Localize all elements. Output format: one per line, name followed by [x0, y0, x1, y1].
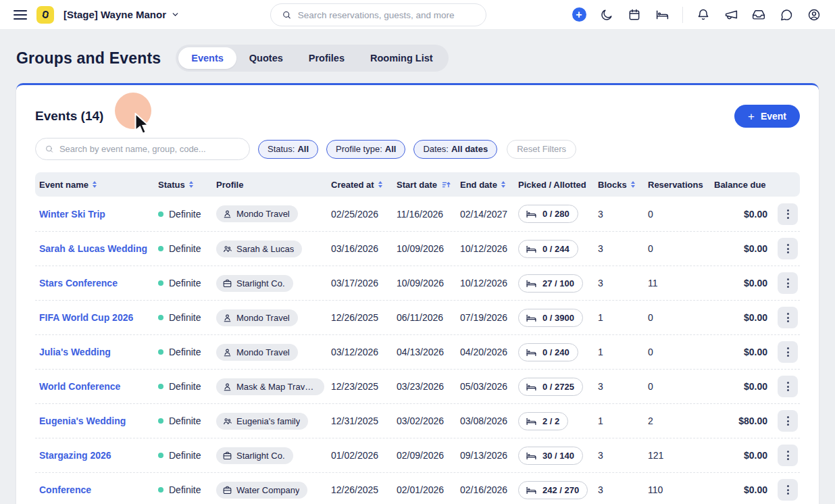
profile-pill[interactable]: Starlight Co. [216, 447, 293, 464]
picked-allotted-value: 242 / 270 [542, 485, 579, 495]
table-row-julia-s-wedding: Julia's WeddingDefiniteMondo Travel03/12… [35, 334, 800, 369]
created-at-cell: 12/23/2025 [327, 381, 393, 392]
bell-icon [697, 8, 710, 22]
dark-mode-button[interactable] [599, 7, 614, 22]
row-actions-kebab-button[interactable] [778, 272, 798, 294]
add-event-button[interactable]: + Event [734, 105, 800, 128]
picked-allotted-pill: 0 / 240 [518, 343, 578, 361]
bed-icon [526, 278, 537, 289]
event-name-link[interactable]: Stars Conference [39, 278, 118, 288]
bed-icon [526, 484, 537, 496]
column-header-event-name[interactable]: Event name [35, 180, 154, 190]
column-header-picked-allotted: Picked / Allotted [514, 180, 594, 190]
row-actions-kebab-button[interactable] [778, 341, 798, 363]
table-row-stargazing-2026: Stargazing 2026DefiniteStarlight Co.01/0… [35, 438, 800, 472]
reset-filters-button[interactable]: Reset Filters [507, 140, 576, 159]
sort-icon[interactable] [501, 181, 505, 188]
inbox-button[interactable] [751, 7, 766, 22]
reservations-button[interactable] [655, 7, 669, 22]
profile-name: Mondo Travel [236, 347, 290, 357]
row-actions-kebab-button[interactable] [778, 203, 798, 225]
table-row-fifa-world-cup-2026: FIFA World Cup 2026DefiniteMondo Travel1… [35, 300, 800, 334]
messages-button[interactable] [779, 7, 794, 22]
end-date-cell: 02/16/2026 [456, 484, 514, 495]
add-event-label: Event [761, 111, 786, 122]
tab-rooming-list[interactable]: Rooming List [357, 47, 446, 69]
row-actions-kebab-button[interactable] [778, 445, 798, 466]
sort-icon[interactable] [189, 181, 193, 188]
row-actions-kebab-button[interactable] [778, 410, 798, 432]
actions-cell [767, 376, 800, 397]
picked-allotted-value: 0 / 240 [542, 347, 570, 357]
event-name-link[interactable]: FIFA World Cup 2026 [39, 312, 133, 323]
menu-icon[interactable] [14, 10, 27, 20]
global-search-input[interactable] [298, 10, 475, 20]
global-search[interactable] [270, 3, 486, 26]
reservations-cell: 110 [644, 484, 710, 495]
event-name-link[interactable]: World Conference [39, 381, 120, 392]
tab-quotes[interactable]: Quotes [236, 47, 296, 69]
row-actions-kebab-button[interactable] [778, 376, 798, 397]
column-header-status[interactable]: Status [154, 180, 212, 190]
row-actions-kebab-button[interactable] [778, 479, 798, 501]
filter-status[interactable]: Status: All [258, 140, 318, 159]
status-dot-icon [158, 349, 163, 355]
table-row-stars-conference: Stars ConferenceDefiniteStarlight Co.03/… [35, 266, 800, 300]
blocks-cell: 3 [594, 450, 644, 461]
picked-allotted-value: 2 / 2 [542, 416, 559, 426]
event-name-link[interactable]: Stargazing 2026 [39, 450, 111, 461]
row-actions-kebab-button[interactable] [778, 238, 798, 259]
profile-pill[interactable]: Sarah & Lucas [216, 241, 302, 257]
column-header-blocks[interactable]: Blocks [594, 180, 644, 190]
column-header-end-date[interactable]: End date [456, 180, 514, 190]
column-header-created-at[interactable]: Created at [327, 180, 393, 190]
column-header-balance-due: Balance due [710, 180, 767, 190]
notifications-button[interactable] [696, 7, 711, 22]
calendar-button[interactable] [627, 7, 642, 22]
table-row-eugenia-s-wedding: Eugenia's WeddingDefiniteEugenia's famil… [35, 403, 800, 438]
event-name-link[interactable]: Conference [39, 484, 91, 495]
sort-icon[interactable] [93, 181, 97, 188]
actions-cell [767, 203, 800, 225]
profile-name: Mondo Travel [236, 313, 290, 323]
status-dot-icon [158, 453, 163, 458]
announcements-button[interactable] [724, 7, 738, 22]
column-label: Profile [216, 180, 243, 190]
account-button[interactable] [807, 7, 821, 22]
tab-profiles[interactable]: Profiles [296, 47, 357, 69]
blocks-cell: 3 [594, 484, 644, 495]
profile-pill[interactable]: Mondo Travel [216, 309, 298, 326]
event-name-link[interactable]: Julia's Wedding [39, 347, 111, 357]
profile-pill[interactable]: Eugenia's family [216, 413, 308, 430]
event-name-link[interactable]: Eugenia's Wedding [39, 415, 126, 426]
tab-events[interactable]: Events [178, 47, 236, 69]
agent-icon [222, 382, 232, 392]
event-search[interactable] [35, 138, 250, 160]
company-icon [222, 451, 232, 461]
event-name-link[interactable]: Winter Ski Trip [39, 209, 105, 220]
profile-pill[interactable]: Mondo Travel [216, 344, 298, 361]
sort-icon[interactable] [378, 181, 382, 188]
column-label: End date [460, 180, 497, 190]
profile-pill[interactable]: Starlight Co. [216, 275, 293, 292]
add-button[interactable]: + [572, 7, 586, 22]
filter-profile-type[interactable]: Profile type: All [326, 140, 405, 159]
property-selector[interactable]: [Stage] Wayne Manor [64, 9, 180, 20]
profile-pill[interactable]: Water Company [216, 482, 307, 499]
status-cell: Definite [154, 381, 212, 392]
event-name-link[interactable]: Sarah & Lucas Wedding [39, 243, 147, 254]
profile-pill[interactable]: Mask & Map Travel... [216, 378, 324, 395]
start-date-cell: 03/02/2026 [393, 415, 456, 426]
profile-pill[interactable]: Mondo Travel [216, 205, 298, 222]
created-at-cell: 03/17/2026 [327, 278, 393, 288]
start-date-cell: 06/11/2026 [393, 312, 456, 323]
blocks-cell: 1 [594, 312, 644, 323]
picked-allotted-value: 27 / 100 [542, 278, 574, 288]
sort-ascending-icon[interactable] [441, 180, 451, 190]
app-logo[interactable] [36, 6, 54, 24]
row-actions-kebab-button[interactable] [778, 307, 798, 328]
column-header-start-date[interactable]: Start date [393, 180, 456, 190]
event-search-input[interactable] [59, 144, 241, 154]
filter-dates[interactable]: Dates: All dates [413, 140, 497, 159]
sort-icon[interactable] [631, 181, 635, 188]
